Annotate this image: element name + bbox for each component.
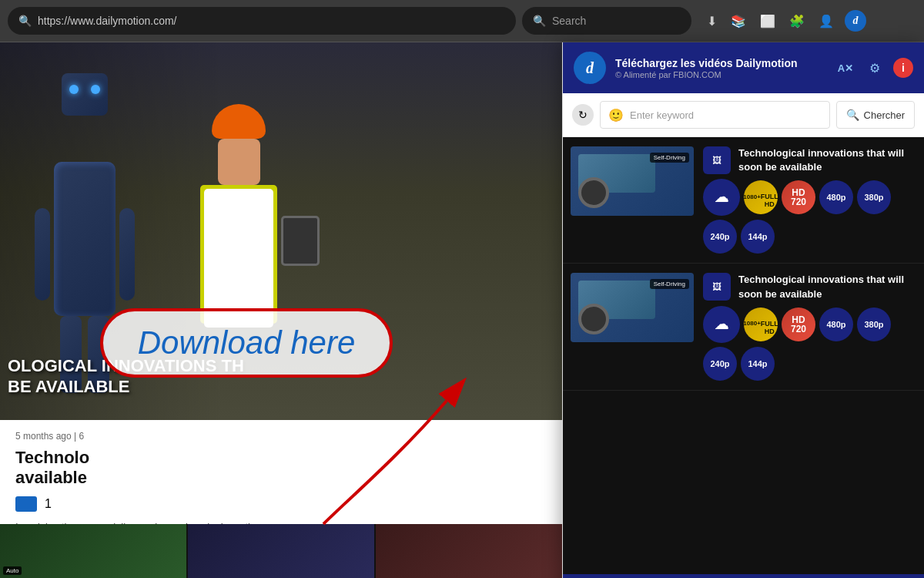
quality-480-btn-1[interactable]: 480p bbox=[819, 180, 853, 214]
thumb-1[interactable]: Auto bbox=[0, 524, 186, 578]
robot-head bbox=[62, 73, 108, 116]
result-header-1: 🖼 Technological innovations that will so… bbox=[703, 146, 916, 174]
video-meta: 5 months ago | 6 bbox=[15, 431, 547, 442]
info-button[interactable]: i bbox=[893, 58, 913, 78]
overlay-line2: BE AVAILABLE bbox=[8, 377, 244, 397]
cloud-download-btn-1[interactable]: ☁ bbox=[703, 179, 740, 216]
car-wheel-1 bbox=[578, 177, 609, 208]
tab-icon[interactable]: ⬜ bbox=[757, 11, 778, 32]
result-item: Self-Driving 🖼 Technological innovations… bbox=[563, 137, 924, 264]
popup-title-area: Téléchargez les vidéos Dailymotion © Ali… bbox=[615, 56, 825, 79]
extensions-icon[interactable]: 🧩 bbox=[786, 11, 808, 32]
auto-badge: Auto bbox=[3, 566, 22, 575]
page-area: OLOGICAL INNOVATIONS TH BE AVAILABLE Dow… bbox=[0, 42, 562, 578]
quality-1080-btn-2[interactable]: 1080+FULL HD bbox=[744, 307, 778, 341]
robot-body bbox=[54, 162, 116, 316]
robot-eye-right bbox=[91, 85, 100, 94]
browser-chrome: 🔍 https://www.dailymotion.com/ 🔍 Search … bbox=[0, 0, 924, 42]
chercher-label: Chercher bbox=[864, 109, 905, 121]
result-item-2: Self-Driving 🖼 Technological innovations… bbox=[563, 264, 924, 390]
video-hero[interactable]: OLOGICAL INNOVATIONS TH BE AVAILABLE Dow… bbox=[0, 42, 562, 420]
popup-results: Self-Driving 🖼 Technological innovations… bbox=[563, 137, 924, 574]
quality-380-btn-2[interactable]: 380p bbox=[857, 307, 891, 341]
search-icon: 🔍 bbox=[18, 15, 32, 27]
channel-row: 1 bbox=[15, 496, 547, 512]
profile-icon[interactable]: 👤 bbox=[815, 11, 837, 32]
browser-search-text: Search bbox=[552, 15, 586, 27]
channel-id: 1 bbox=[45, 497, 52, 511]
quality-240-btn-1[interactable]: 240p bbox=[703, 220, 737, 254]
quality-480-btn-2[interactable]: 480p bbox=[819, 307, 853, 341]
active-extension-icon[interactable]: d bbox=[845, 10, 866, 32]
popup-header: d Téléchargez les vidéos Dailymotion © A… bbox=[563, 42, 924, 93]
channel-avatar bbox=[15, 496, 37, 512]
result-info-1: 🖼 Technological innovations that will so… bbox=[703, 146, 916, 254]
popup-logo-letter: d bbox=[586, 59, 594, 77]
result-icon-1: 🖼 bbox=[703, 146, 731, 174]
toolbar-icons: ⬇ 📚 ⬜ 🧩 👤 d bbox=[704, 10, 866, 32]
quality-1080-btn-1[interactable]: 1080+FULL HD bbox=[744, 180, 778, 214]
worker-face bbox=[218, 139, 260, 185]
thumb-3[interactable] bbox=[376, 524, 562, 578]
quality-hd-btn-1[interactable]: HD720 bbox=[782, 180, 815, 214]
car-wheel-2 bbox=[578, 304, 609, 334]
thumb-2[interactable] bbox=[188, 524, 374, 578]
quality-hd-btn-2[interactable]: HD720 bbox=[782, 307, 815, 341]
quality-buttons-2: ☁ 1080+FULL HD HD720 480p 380p 240p 144p bbox=[703, 306, 916, 381]
search-icon-browser: 🔍 bbox=[533, 15, 546, 27]
url-text: https://www.dailymotion.com/ bbox=[38, 15, 505, 27]
search-placeholder: Enter keyword bbox=[630, 109, 694, 121]
video-title: Technoloavailable bbox=[15, 448, 547, 489]
popup-search: ↻ 🙂 Enter keyword 🔍 Chercher bbox=[563, 93, 924, 137]
download-text: Download here bbox=[138, 324, 356, 361]
result-thumbnail-2: Self-Driving bbox=[571, 273, 694, 342]
robot-arm-left bbox=[35, 208, 50, 301]
cloud-download-btn-2[interactable]: ☁ bbox=[703, 306, 740, 343]
worker-tablet bbox=[281, 216, 320, 266]
quality-380-btn-1[interactable]: 380p bbox=[857, 180, 891, 214]
download-icon[interactable]: ⬇ bbox=[704, 11, 720, 32]
popup-subtitle: © Alimenté par FBION.COM bbox=[615, 70, 825, 79]
quality-240-btn-2[interactable]: 240p bbox=[703, 347, 737, 381]
worker-helmet bbox=[212, 104, 266, 139]
quality-144-btn-1[interactable]: 144p bbox=[741, 220, 775, 254]
worker-shirt bbox=[204, 189, 273, 328]
main-content: OLOGICAL INNOVATIONS TH BE AVAILABLE Dow… bbox=[0, 42, 924, 578]
quality-buttons-1: ☁ 1080+FULL HD HD720 480p 380p 240p 144p bbox=[703, 179, 916, 254]
car-bg-2: Self-Driving bbox=[571, 273, 694, 342]
popup-footer: 💬 Comment utiliser d Ouvrir Dailymotion … bbox=[563, 574, 924, 578]
result-info-2: 🖼 Technological innovations that will so… bbox=[703, 273, 916, 380]
bottom-thumbnails: Auto bbox=[0, 524, 562, 578]
add-image-icon: 🖼 bbox=[712, 155, 721, 166]
result-title-2: Technological innovations that will soon… bbox=[738, 273, 916, 301]
result-thumbnail-1: Self-Driving bbox=[571, 146, 694, 216]
quality-144-btn-2[interactable]: 144p bbox=[741, 347, 775, 381]
refresh-button[interactable]: ↻ bbox=[572, 104, 594, 126]
chercher-search-icon: 🔍 bbox=[846, 109, 859, 121]
robot-arm-right bbox=[119, 208, 135, 301]
settings-button[interactable]: ⚙ bbox=[864, 57, 886, 79]
self-driving-label-2: Self-Driving bbox=[650, 279, 689, 289]
result-title-1: Technological innovations that will soon… bbox=[738, 146, 916, 174]
emoji-icon: 🙂 bbox=[608, 108, 624, 123]
extension-popup: d Téléchargez les vidéos Dailymotion © A… bbox=[562, 42, 924, 578]
bookmarks-icon[interactable]: 📚 bbox=[728, 11, 749, 32]
car-bg-1: Self-Driving bbox=[571, 146, 694, 216]
popup-logo: d bbox=[574, 52, 606, 84]
translate-button[interactable]: A✕ bbox=[835, 57, 856, 79]
browser-search-bar[interactable]: 🔍 Search bbox=[522, 7, 691, 35]
address-bar[interactable]: 🔍 https://www.dailymotion.com/ bbox=[8, 7, 516, 35]
result-header-2: 🖼 Technological innovations that will so… bbox=[703, 273, 916, 301]
add-image-icon-2: 🖼 bbox=[712, 281, 721, 292]
robot-eye-left bbox=[69, 85, 79, 94]
self-driving-label-1: Self-Driving bbox=[650, 153, 689, 163]
popup-title: Téléchargez les vidéos Dailymotion bbox=[615, 56, 825, 70]
download-annotation: Download here bbox=[100, 308, 393, 378]
keyword-input[interactable]: 🙂 Enter keyword bbox=[600, 101, 830, 129]
result-icon-2: 🖼 bbox=[703, 273, 731, 301]
chercher-button[interactable]: 🔍 Chercher bbox=[836, 101, 915, 129]
worker-vest bbox=[200, 185, 277, 324]
popup-header-icons: A✕ ⚙ i bbox=[835, 57, 913, 79]
